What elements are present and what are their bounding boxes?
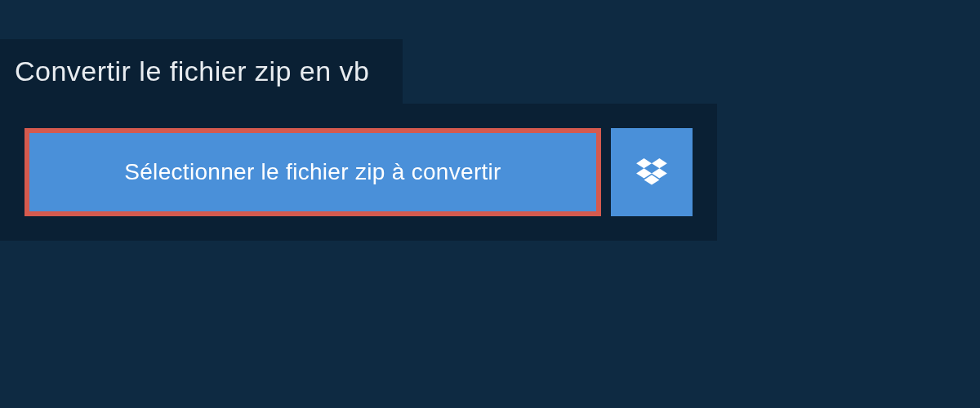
select-file-label: Sélectionner le fichier zip à convertir <box>124 159 501 185</box>
page-title: Convertir le fichier zip en vb <box>15 55 370 86</box>
select-file-button[interactable]: Sélectionner le fichier zip à convertir <box>24 128 601 216</box>
title-bar: Convertir le fichier zip en vb <box>0 39 403 104</box>
button-row: Sélectionner le fichier zip à convertir <box>24 128 693 216</box>
upload-panel: Sélectionner le fichier zip à convertir <box>0 104 717 241</box>
dropbox-icon <box>636 158 667 186</box>
dropbox-button[interactable] <box>611 128 693 216</box>
